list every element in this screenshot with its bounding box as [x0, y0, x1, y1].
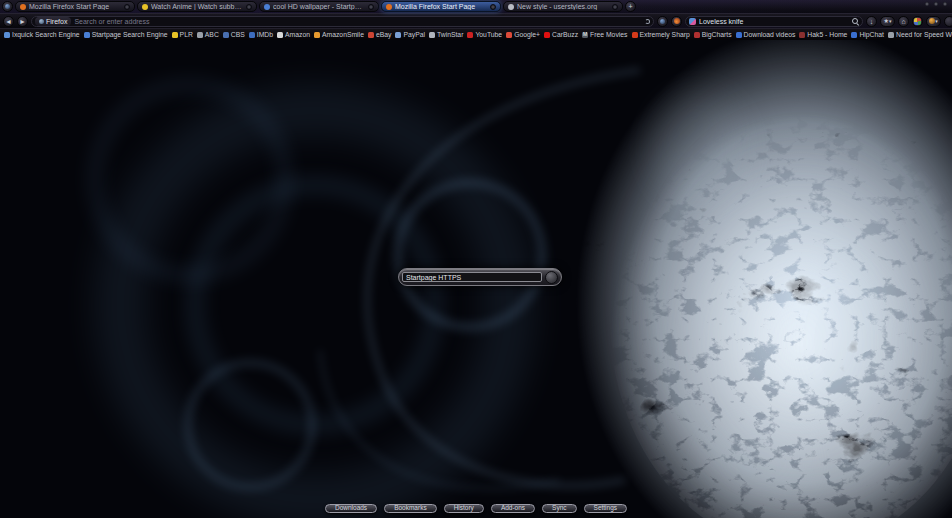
- browser-content: Downloads Bookmarks History Add-ons Sync: [0, 40, 952, 518]
- bookmark-item[interactable]: AmazonSmile: [314, 31, 364, 38]
- youtube-icon: [467, 32, 473, 38]
- startpage-icon: [264, 4, 270, 10]
- bookmark-item[interactable]: HipChat: [851, 31, 884, 38]
- firefox-icon: [20, 4, 26, 10]
- bookmark-item[interactable]: PLR: [172, 31, 193, 38]
- bookmark-label: HipChat: [859, 31, 884, 38]
- home-button[interactable]: ⌂: [898, 16, 909, 27]
- firefox-icon: [386, 4, 392, 10]
- minimize-button[interactable]: [925, 2, 929, 6]
- new-tab-button[interactable]: +: [625, 1, 636, 12]
- bookmark-item[interactable]: Google+: [506, 31, 540, 38]
- bookmark-item[interactable]: ABC: [197, 31, 219, 38]
- navigation-toolbar: ◄ ► Firefox ↓ ★ ▾ ⌂: [0, 13, 952, 28]
- bookmark-item[interactable]: Need for Speed World: [888, 31, 952, 38]
- extension-button-globe[interactable]: [657, 16, 668, 27]
- bookmark-item[interactable]: M Free Movies: [582, 31, 627, 38]
- tab-close-button[interactable]: [246, 4, 252, 10]
- bookmark-item[interactable]: CarBuzz: [544, 31, 578, 38]
- download-videos-icon: [736, 32, 742, 38]
- bookmarks-menu-button[interactable]: ★ ▾: [880, 16, 895, 27]
- site-identity-button[interactable]: Firefox: [35, 17, 71, 26]
- url-bar[interactable]: Firefox: [31, 16, 654, 27]
- bookmark-label: Need for Speed World: [896, 31, 952, 38]
- tab-bar: Mozilla Firefox Start Page Watch Anime |…: [0, 0, 952, 13]
- globe-extension-icon: [660, 19, 665, 24]
- bookmark-label: Extremely Sharp: [640, 31, 690, 38]
- close-button[interactable]: [943, 2, 947, 6]
- forward-button[interactable]: ►: [17, 16, 28, 27]
- bookmark-label: TwinStar: [437, 31, 463, 38]
- extension-button-orange[interactable]: ▾: [926, 16, 941, 27]
- home-page-button-label: Settings: [594, 505, 618, 512]
- startpage-search-input[interactable]: [402, 272, 542, 282]
- extremely-sharp-icon: [632, 32, 638, 38]
- cbs-icon: [223, 32, 229, 38]
- reload-icon[interactable]: [645, 19, 650, 24]
- bookmark-label: Amazon: [285, 31, 310, 38]
- tab-title: cool HD wallpaper - Startpage Pictu...: [273, 3, 365, 10]
- tab[interactable]: Mozilla Firefox Start Page: [15, 1, 135, 12]
- startpage-search-button[interactable]: [545, 271, 558, 284]
- bookmark-item[interactable]: BigCharts: [694, 31, 732, 38]
- bigcharts-icon: [694, 32, 700, 38]
- home-page-button[interactable]: Add-ons: [491, 504, 535, 513]
- tab[interactable]: Mozilla Firefox Start Page: [381, 1, 501, 12]
- tab-groups-button[interactable]: [2, 1, 13, 12]
- bookmark-item[interactable]: Ixquick Search Engine: [4, 31, 80, 38]
- home-page-button[interactable]: History: [444, 504, 484, 513]
- abc-icon: [197, 32, 203, 38]
- home-page-button-label: Bookmarks: [394, 505, 427, 512]
- bookmark-label: ABC: [205, 31, 219, 38]
- extension-button-edge[interactable]: [944, 16, 952, 27]
- bookmark-label: AmazonSmile: [322, 31, 364, 38]
- bookmark-label: Hak5 - Home: [807, 31, 847, 38]
- tab-strip: Mozilla Firefox Start Page Watch Anime |…: [15, 1, 623, 12]
- back-button[interactable]: ◄: [3, 16, 14, 27]
- firefox-window: Mozilla Firefox Start Page Watch Anime |…: [0, 0, 952, 518]
- bookmark-label: BigCharts: [702, 31, 732, 38]
- amazonsmile-icon: [314, 32, 320, 38]
- chevron-down-icon: ▾: [889, 19, 892, 24]
- home-page-button-label: Downloads: [335, 505, 367, 512]
- extension-button-grid[interactable]: [912, 16, 923, 27]
- home-page-button[interactable]: Bookmarks: [384, 504, 437, 513]
- bookmark-item[interactable]: TwinStar: [429, 31, 463, 38]
- bookmark-item[interactable]: Amazon: [277, 31, 310, 38]
- address-input[interactable]: [74, 18, 642, 25]
- tab-close-button[interactable]: [124, 4, 130, 10]
- imdb-icon: [249, 32, 255, 38]
- tab-groups-icon: [5, 4, 10, 9]
- tab[interactable]: New style - userstyles.org: [503, 1, 623, 12]
- plr-icon: [172, 32, 178, 38]
- tab[interactable]: cool HD wallpaper - Startpage Pictu...: [259, 1, 379, 12]
- site-identity-label: Firefox: [46, 18, 67, 25]
- search-input[interactable]: [699, 18, 849, 25]
- search-icon[interactable]: [852, 18, 859, 25]
- bookmark-item[interactable]: Extremely Sharp: [632, 31, 690, 38]
- bookmark-item[interactable]: eBay: [368, 31, 392, 38]
- home-page-button[interactable]: Sync: [542, 504, 576, 513]
- bookmark-item[interactable]: Download videos: [736, 31, 796, 38]
- bookmark-item[interactable]: Hak5 - Home: [799, 31, 847, 38]
- home-page-button[interactable]: Settings: [584, 504, 628, 513]
- ixquick-icon: [4, 32, 10, 38]
- home-page-buttons: Downloads Bookmarks History Add-ons Sync: [325, 504, 627, 513]
- tab-close-button[interactable]: [612, 4, 618, 10]
- tab[interactable]: Watch Anime | Watch subbed/dub...: [137, 1, 257, 12]
- search-bar[interactable]: [685, 16, 863, 27]
- flame-icon: [674, 18, 680, 24]
- downloads-button[interactable]: ↓: [866, 16, 877, 27]
- bookmark-item[interactable]: YouTube: [467, 31, 502, 38]
- bookmark-item[interactable]: Startpage Search Engine: [84, 31, 168, 38]
- tab-close-button[interactable]: [368, 4, 374, 10]
- maximize-button[interactable]: [934, 2, 938, 6]
- bookmark-item[interactable]: PayPal: [395, 31, 425, 38]
- watch-anime-site-icon: [142, 4, 148, 10]
- bookmark-item[interactable]: IMDb: [249, 31, 273, 38]
- tab-close-button[interactable]: [490, 4, 496, 10]
- nfs-world-icon: [888, 32, 894, 38]
- home-page-button[interactable]: Downloads: [325, 504, 377, 513]
- extension-button-flame[interactable]: [671, 16, 682, 27]
- bookmark-item[interactable]: CBS: [223, 31, 245, 38]
